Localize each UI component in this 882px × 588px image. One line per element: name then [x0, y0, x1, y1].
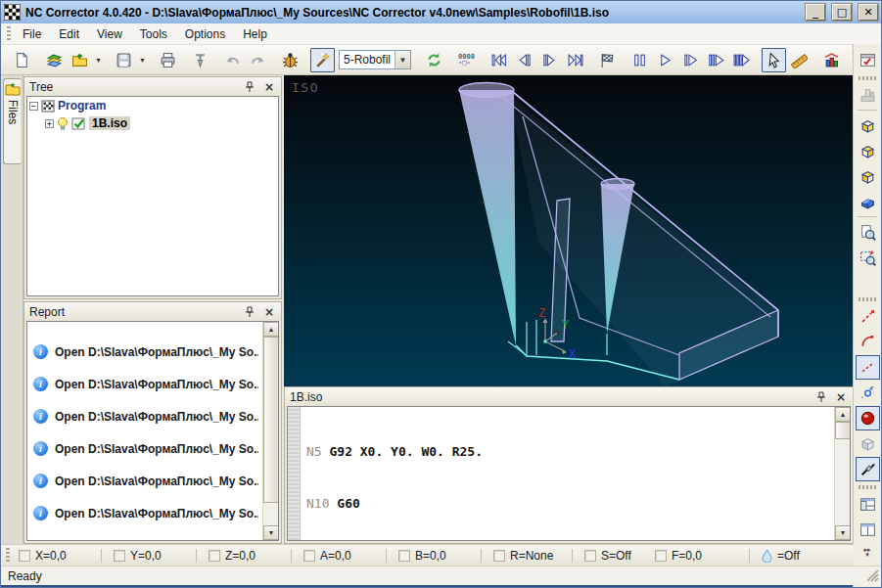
wizard-button[interactable]: [310, 48, 335, 72]
viewport-3d[interactable]: ISO Z: [284, 75, 854, 386]
close-icon[interactable]: ×: [834, 390, 848, 404]
scroll-thumb[interactable]: [263, 337, 279, 503]
debug-button[interactable]: [278, 48, 302, 72]
probe-button[interactable]: [188, 48, 212, 72]
chevron-down-icon[interactable]: ▼: [395, 51, 410, 68]
print-button[interactable]: [156, 48, 180, 72]
close-icon[interactable]: ×: [262, 305, 276, 319]
minimize-button[interactable]: _: [806, 4, 825, 21]
close-icon[interactable]: ×: [262, 80, 276, 94]
renumber-button[interactable]: 0000-□-: [454, 48, 479, 72]
solid-view-button[interactable]: [856, 431, 880, 456]
pin-icon[interactable]: [243, 305, 256, 319]
report-item[interactable]: iOpen D:\Slava\ФормаПлюс\_My So...: [33, 336, 258, 368]
code-scrollbar[interactable]: ▲ ▼: [834, 407, 850, 540]
code-editor[interactable]: N5 G92 X0. Y0. W0. R25. N10 G60 N30 G01 …: [287, 406, 851, 541]
report-item[interactable]: iOpen D:\Slava\ФормаПлюс\_My So...: [33, 400, 258, 432]
stop-point-button[interactable]: [856, 406, 880, 430]
profile-combobox[interactable]: 5-Robofil ▼: [339, 50, 411, 69]
machine-view-button[interactable]: [856, 83, 880, 108]
pin-icon[interactable]: [243, 80, 256, 94]
tree-root-row[interactable]: − Program: [27, 97, 278, 114]
segment-mode-button[interactable]: [856, 355, 880, 380]
view-side-button[interactable]: [856, 164, 880, 189]
files-tab[interactable]: Files: [3, 78, 21, 164]
draw-arc-button[interactable]: [856, 330, 880, 354]
play-max-button[interactable]: [729, 48, 754, 72]
layout-two-button[interactable]: [856, 518, 880, 542]
toolbar-grip[interactable]: [859, 485, 876, 489]
layout-one-button[interactable]: [856, 492, 880, 517]
zoom-fit-button[interactable]: [856, 220, 880, 245]
play-step-button[interactable]: [678, 48, 703, 72]
pause-button[interactable]: [627, 48, 652, 72]
report-item[interactable]: iOpen D:\Slava\ФормаПлюс\_My So...: [33, 465, 258, 497]
checkbox-icon[interactable]: [209, 550, 220, 562]
menu-help[interactable]: Help: [234, 24, 276, 44]
preview-window-button[interactable]: [856, 48, 880, 72]
menu-tools[interactable]: Tools: [131, 24, 176, 44]
menu-options[interactable]: Options: [176, 24, 234, 44]
toolbar-overflow-button[interactable]: ▸▸▾: [856, 543, 880, 561]
report-item[interactable]: iOpen D:\Slava\ФормаПлюс\_My So...: [33, 432, 258, 465]
toolbar-grip[interactable]: [6, 548, 10, 564]
fast-forward-button[interactable]: [563, 48, 587, 72]
menu-grip[interactable]: [7, 26, 11, 42]
menu-view[interactable]: View: [88, 24, 131, 44]
draw-line-button[interactable]: [856, 304, 880, 329]
open-all-button[interactable]: [42, 48, 67, 72]
report-item[interactable]: iOpen D:\Slava\ФормаПлюс\_My So...: [33, 497, 258, 529]
expand-expander[interactable]: +: [45, 119, 54, 128]
toolbar-grip[interactable]: [859, 76, 876, 80]
undo-button[interactable]: [220, 48, 245, 72]
checkbox-icon[interactable]: [398, 550, 410, 562]
save-button[interactable]: [112, 48, 136, 72]
report-item[interactable]: iOpen D:\Slava\ФормаПлюс\_My So...: [33, 368, 258, 400]
toolbar-grip[interactable]: [859, 297, 876, 301]
checkbox-icon[interactable]: [303, 550, 315, 562]
resize-grip[interactable]: [866, 569, 879, 582]
menu-file[interactable]: File: [14, 24, 50, 44]
measure-tool-button[interactable]: [787, 48, 812, 72]
tree-root-label[interactable]: Program: [58, 99, 106, 113]
play-button[interactable]: [653, 48, 677, 72]
normals-button[interactable]: [856, 381, 880, 405]
run-to-end-button[interactable]: [595, 48, 620, 72]
tree-file-label[interactable]: 1B.iso: [89, 116, 130, 130]
tree-file-row[interactable]: + 1B.iso: [27, 114, 278, 132]
checkbox-icon[interactable]: [114, 550, 125, 562]
checkbox-icon[interactable]: [493, 550, 505, 562]
open-file-button[interactable]: [68, 48, 92, 72]
scroll-up-button[interactable]: ▲: [263, 322, 279, 337]
view-front-button[interactable]: [856, 139, 880, 163]
repaint-button[interactable]: [856, 457, 880, 481]
redo-button[interactable]: [246, 48, 270, 72]
tree-content[interactable]: − Program + 1B.iso: [26, 96, 279, 296]
collapse-expander[interactable]: −: [29, 102, 38, 111]
view-iso-button[interactable]: [856, 190, 880, 214]
open-file-dropdown[interactable]: ▼: [93, 48, 104, 72]
select-tool-button[interactable]: [762, 48, 786, 72]
step-forward-button[interactable]: [537, 48, 562, 72]
scroll-thumb[interactable]: [835, 422, 851, 439]
checkbox-icon[interactable]: [19, 550, 30, 562]
reload-button[interactable]: [422, 48, 446, 72]
view-top-button[interactable]: [856, 113, 880, 138]
play-fast-button[interactable]: [704, 48, 728, 72]
scroll-down-button[interactable]: ▼: [835, 525, 851, 540]
new-document-button[interactable]: [10, 48, 34, 72]
go-to-start-button[interactable]: [487, 48, 511, 72]
step-back-button[interactable]: [512, 48, 536, 72]
statistics-button[interactable]: [819, 48, 844, 72]
save-dropdown[interactable]: ▼: [137, 48, 148, 72]
scroll-up-button[interactable]: ▲: [835, 407, 851, 422]
close-button[interactable]: ✕: [859, 4, 878, 21]
zoom-window-button[interactable]: [856, 246, 880, 270]
report-scrollbar[interactable]: ▲ ▼: [262, 322, 278, 540]
maximize-button[interactable]: □: [832, 4, 852, 21]
pin-icon[interactable]: [814, 390, 828, 404]
checkbox-icon[interactable]: [584, 550, 596, 562]
checkbox-icon[interactable]: [655, 550, 667, 562]
menu-edit[interactable]: Edit: [50, 24, 88, 44]
scroll-down-button[interactable]: ▼: [263, 525, 279, 540]
